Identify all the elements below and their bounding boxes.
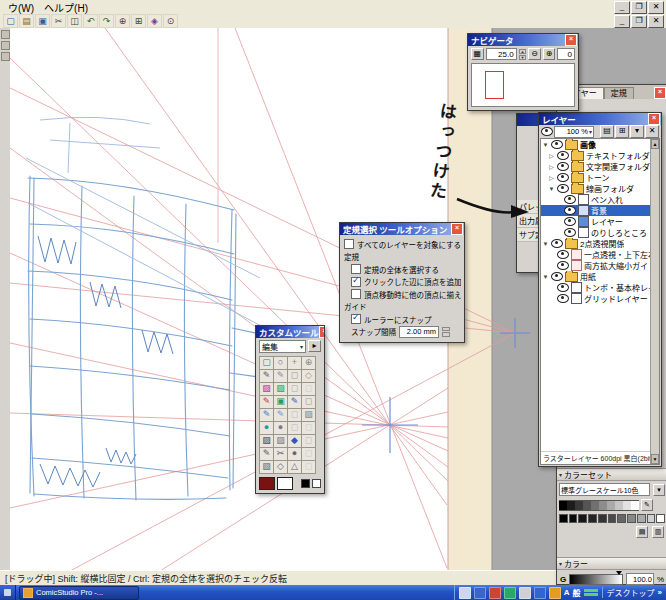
tray-icon-6[interactable] [534, 587, 546, 599]
gradient-step[interactable] [599, 500, 607, 511]
rotation-input[interactable]: 0 [557, 48, 575, 60]
expand-icon[interactable]: ▼ [542, 274, 549, 280]
snap-icon[interactable]: ◈ [147, 14, 162, 28]
layer-row[interactable]: トンボ・基本枠レイヤー [541, 282, 651, 293]
visibility-eye-icon[interactable] [551, 140, 563, 149]
color-swatch[interactable] [559, 514, 568, 523]
tool-option-row[interactable]: クリックした辺に頂点を追加する [344, 276, 461, 289]
visibility-eye-icon[interactable] [557, 261, 569, 270]
checkbox[interactable] [351, 277, 361, 287]
color-swatch[interactable] [637, 514, 646, 523]
color-swatch[interactable] [608, 514, 617, 523]
layers-scrollbar[interactable]: ▲ ▼ [650, 139, 659, 464]
tool-set-menu-icon[interactable]: ▸ [308, 340, 321, 352]
pen-skyblue-tool[interactable]: ✎ [273, 408, 288, 422]
layer-row[interactable]: ▷ トーン [541, 172, 651, 183]
zoom-tool[interactable]: ⊕ [301, 356, 316, 370]
comicstudio-task-button[interactable]: ComicStudio Pro -... [19, 586, 139, 600]
scroll-down-icon[interactable]: ▼ [651, 454, 659, 464]
edge-button-3[interactable] [1, 52, 10, 61]
gradient-step[interactable] [607, 500, 615, 511]
layer-row[interactable]: ▼ 用紙 [541, 271, 651, 282]
gradient-step[interactable] [583, 500, 591, 511]
view-rectangle[interactable] [485, 71, 504, 99]
hand-tool[interactable]: ◇ [301, 369, 316, 383]
color-swatch[interactable] [656, 514, 665, 523]
cut-icon[interactable]: ✂ [51, 14, 66, 28]
lasso-tool[interactable]: ○ [273, 356, 288, 370]
gradient-step[interactable] [575, 500, 583, 511]
interval-spinner[interactable] [442, 327, 450, 337]
visibility-eye-icon[interactable] [551, 272, 563, 281]
tray-icon-5[interactable] [519, 587, 531, 599]
gray-slider[interactable] [569, 574, 623, 585]
navigator-preview[interactable] [471, 63, 575, 107]
tool-options-titlebar[interactable]: 定規選択 ツールオプション × [340, 223, 464, 235]
copy-icon[interactable]: ◫ [67, 14, 82, 28]
marker-green-tool[interactable]: ▨ [273, 382, 288, 396]
scissors-tool[interactable]: ✂ [273, 447, 288, 461]
visibility-eye-icon[interactable] [564, 195, 576, 204]
select-rect-tool[interactable]: ▢ [259, 356, 274, 370]
gradient-step[interactable] [631, 500, 639, 511]
pencil-tool[interactable]: ✎ [273, 369, 288, 383]
tool-set-select[interactable]: 編集▾ [259, 340, 306, 353]
foreground-color-swatch[interactable] [259, 477, 275, 490]
layer-row[interactable]: 両方拡大縮小ガイド [541, 260, 651, 271]
line-tool[interactable]: △ [287, 460, 302, 474]
blank-tool-1[interactable]: ◻ [301, 382, 316, 396]
expand-icon[interactable]: ▼ [548, 186, 555, 192]
tray-icon-4[interactable] [504, 587, 516, 599]
fill-green-tool[interactable]: ▣ [273, 395, 288, 409]
white-out-tool[interactable]: ◻ [287, 382, 302, 396]
hatch-tool[interactable]: ▨ [301, 408, 316, 422]
redo-icon[interactable]: ↷ [99, 14, 114, 28]
pen-fine-tool[interactable]: ✎ [259, 447, 274, 461]
caps-kana-indicator[interactable] [584, 589, 598, 596]
white-chip[interactable] [312, 479, 321, 488]
navigator-close-icon[interactable]: × [565, 34, 577, 46]
blank-tool-5[interactable]: ◻ [301, 434, 316, 448]
preset-dropdown-icon[interactable]: ▾ [653, 484, 665, 496]
pen-blue-tool[interactable]: ✎ [287, 395, 302, 409]
move-tool[interactable]: + [287, 356, 302, 370]
doc-minimize-button[interactable]: _ [614, 15, 630, 28]
visibility-eye-icon[interactable] [557, 294, 569, 303]
layer-row[interactable]: ▼ 画像 [541, 139, 651, 150]
layer-row[interactable]: ▼ 線画フォルダ [541, 183, 651, 194]
ime-conversion-mode[interactable]: 般 [573, 587, 581, 598]
settings-icon[interactable]: ⊙ [163, 14, 178, 28]
opacity-select[interactable]: 100 %▾ [554, 126, 594, 138]
tool-option-row[interactable]: スナップ間隔 2.00 mm [344, 326, 461, 339]
color-swatch[interactable] [647, 514, 656, 523]
gradient-step[interactable] [623, 500, 631, 511]
open-file-icon[interactable]: ▤ [19, 14, 34, 28]
close-button[interactable]: ✕ [648, 1, 664, 14]
visibility-eye-icon[interactable] [557, 184, 569, 193]
checkbox[interactable] [351, 289, 361, 299]
menu-item[interactable]: ヘルプ(H) [39, 0, 93, 15]
expand-icon[interactable]: ▼ [542, 142, 549, 148]
blank-tool-6[interactable]: ◻ [301, 447, 316, 461]
layer-row[interactable]: 一点透視・上下左右 [541, 249, 651, 260]
visibility-eye-icon[interactable] [564, 206, 576, 215]
gradient-step[interactable] [615, 500, 623, 511]
new-document-icon[interactable]: ▢ [3, 14, 18, 28]
scroll-up-icon[interactable]: ▲ [651, 139, 659, 149]
blank-tool-7[interactable]: ◻ [301, 460, 316, 474]
eraser-tool[interactable]: ◻ [287, 369, 302, 383]
color-swatch[interactable] [588, 514, 597, 523]
doc-close-button[interactable]: ✕ [648, 15, 664, 28]
black-chip[interactable] [301, 479, 310, 488]
layer-row[interactable]: ▷ 文字関連フォルダ [541, 161, 651, 172]
delete-layer-button[interactable]: ✕ [645, 125, 659, 138]
zoom-out-icon[interactable]: ⊖ [528, 48, 541, 60]
edge-button-1[interactable] [1, 30, 10, 39]
edge-button-2[interactable] [1, 41, 10, 50]
colorset-header[interactable]: ▾ カラーセット [557, 468, 666, 481]
shape-tool[interactable]: ◇ [273, 460, 288, 474]
visibility-eye-icon[interactable] [564, 217, 576, 226]
expand-icon[interactable]: ▷ [548, 174, 555, 181]
layer-row[interactable]: グリッドレイヤー [541, 293, 651, 304]
blank-tool-4[interactable]: ◻ [301, 421, 316, 435]
